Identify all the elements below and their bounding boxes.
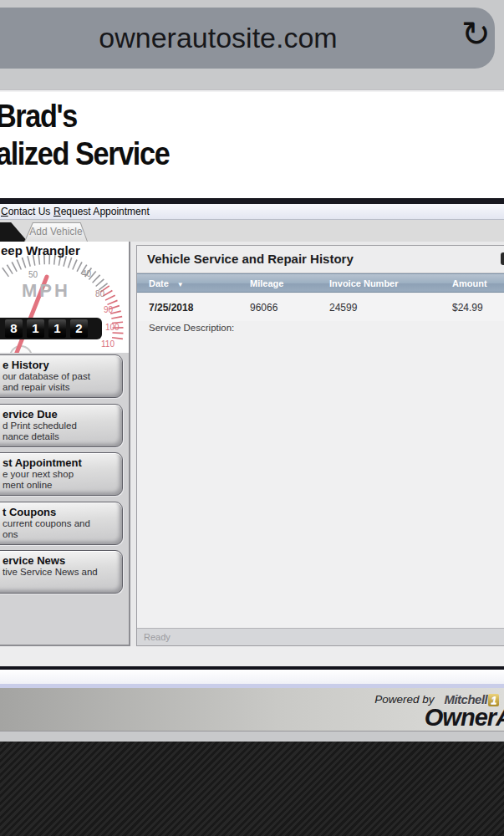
below-panels-strip <box>0 646 504 666</box>
footer-white-strip <box>0 670 504 684</box>
status-text: Ready <box>144 632 171 642</box>
gauge-label-100: 100 <box>105 323 120 332</box>
vehicle-title: eep Wrangler <box>1 243 80 257</box>
sidebar-button-service-due[interactable]: ervice Due d Print scheduled nance detai… <box>0 404 123 447</box>
gauge-unit-mph: MPH <box>22 280 70 302</box>
help-icon[interactable] <box>501 252 504 265</box>
history-table-header: Date▼ Mileage Invoice Number Amount <box>137 273 504 293</box>
odometer-digit: 2 <box>70 319 88 338</box>
sort-descending-icon: ▼ <box>177 281 184 288</box>
vehicle-gauge-image: 50 40 MPH 80 90 100 110 8 1 1 2 eep Wran… <box>0 242 129 353</box>
gauge-label-90: 90 <box>104 305 113 314</box>
table-row[interactable]: 7/25/2018 96066 24599 $24.99 <box>137 293 504 321</box>
menu-item-contact-us[interactable]: Contact Us <box>1 206 50 217</box>
gauge-label-110: 110 <box>101 339 115 349</box>
odometer: 8 1 1 2 <box>0 318 102 339</box>
odometer-digit: 8 <box>5 319 23 338</box>
sidebar-panel: 50 40 MPH 80 90 100 110 8 1 1 2 eep Wran… <box>0 242 130 646</box>
cell-date: 7/25/2018 <box>149 302 250 314</box>
header-divider-bar <box>0 198 504 204</box>
cell-mileage: 96066 <box>250 302 329 314</box>
status-bar: Ready <box>137 628 504 645</box>
menu-item-request-appointment[interactable]: Request Appointment <box>53 206 150 217</box>
gauge-label-40: 40 <box>82 269 91 278</box>
page-title: Vehicle Service and Repair History <box>147 252 354 266</box>
address-bar[interactable]: ownerautosite.com <box>0 8 495 69</box>
sidebar-button-service-news[interactable]: ervice News tive Service News and <box>0 550 123 594</box>
odometer-digit: 1 <box>27 319 44 338</box>
speedometer-ticks-red <box>104 288 118 341</box>
sidebar-button-request-appointment[interactable]: st Appointment e your next shop ment onl… <box>0 452 123 496</box>
shop-logo-line1: Brad's <box>0 99 77 135</box>
tab-add-vehicle[interactable]: Add Vehicle <box>25 223 87 242</box>
site-header: Brad's alized Service <box>0 92 504 198</box>
powered-by-footer: Powered by Mitchell1 OwnerA <box>0 688 504 732</box>
column-header-invoice-number[interactable]: Invoice Number <box>329 278 452 288</box>
shop-logo-line2: alized Service <box>0 136 169 172</box>
service-description-label: Service Description: <box>137 323 234 333</box>
main-panel: Vehicle Service and Repair History Date▼… <box>136 245 504 646</box>
vehicle-tab-strip: Add Vehicle <box>0 220 504 242</box>
cell-amount: $24.99 <box>452 302 504 314</box>
browser-toolbar: ownerautosite.com ↻ <box>0 0 504 89</box>
owner-auto-logo: OwnerA <box>425 704 504 732</box>
address-bar-url[interactable]: ownerautosite.com <box>0 22 461 54</box>
odometer-digit: 1 <box>48 319 66 338</box>
column-header-mileage[interactable]: Mileage <box>250 278 329 288</box>
menu-bar: Contact Us Request Appointment <box>0 204 504 220</box>
sidebar-button-service-history[interactable]: e History our database of past and repai… <box>0 354 123 398</box>
carbon-texture-background <box>0 742 504 836</box>
gauge-label-80: 80 <box>95 289 104 298</box>
active-vehicle-tab-stub[interactable] <box>0 222 28 242</box>
main-title-bar: Vehicle Service and Repair History <box>137 246 504 273</box>
cell-invoice-number: 24599 <box>329 302 452 314</box>
column-header-date[interactable]: Date▼ <box>149 278 250 288</box>
gauge-label-50: 50 <box>28 270 38 279</box>
sidebar-button-print-coupons[interactable]: t Coupons current coupons and ons <box>0 502 123 545</box>
reload-icon[interactable]: ↻ <box>461 9 491 59</box>
column-header-amount[interactable]: Amount <box>452 278 504 288</box>
